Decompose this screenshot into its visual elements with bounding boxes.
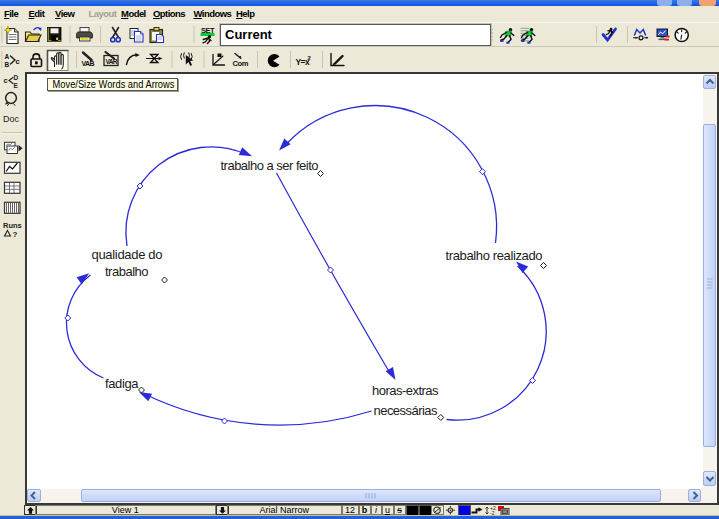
svg-text:Runs: Runs: [3, 221, 22, 230]
svg-text:Com: Com: [233, 59, 249, 68]
svg-text:c: c: [16, 57, 20, 66]
svg-text:fadiga: fadiga: [105, 376, 139, 391]
svg-text:horas-extras: horas-extras: [372, 383, 439, 398]
svg-text:VAR: VAR: [106, 58, 118, 65]
svg-text:trabalho realizado: trabalho realizado: [445, 248, 542, 263]
svg-text:?: ?: [13, 230, 18, 239]
svg-text:Doc: Doc: [3, 114, 20, 124]
svg-text:2: 2: [308, 55, 312, 61]
svg-text:A: A: [5, 53, 10, 60]
svg-text:VAB: VAB: [82, 60, 95, 67]
svg-text:c: c: [4, 76, 8, 85]
svg-text:D: D: [14, 74, 19, 81]
svg-text:necessárias: necessárias: [373, 403, 438, 418]
svg-text:B: B: [5, 61, 10, 68]
svg-text:trabalho a ser feito: trabalho a ser feito: [220, 158, 318, 173]
svg-text:trabalho: trabalho: [105, 264, 149, 279]
svg-text:E: E: [14, 82, 19, 89]
svg-text:qualidade do: qualidade do: [91, 247, 162, 262]
